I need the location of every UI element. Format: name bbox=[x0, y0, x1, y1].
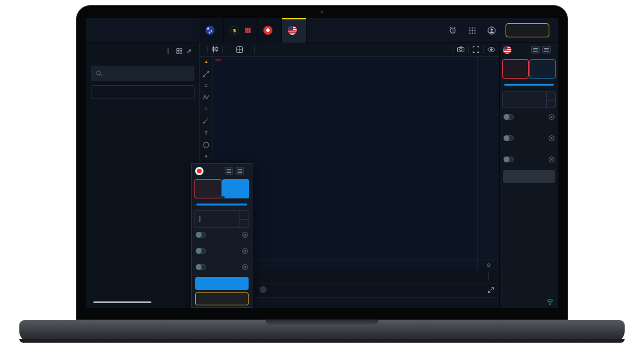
kebab-menu-icon[interactable]: ⋮ bbox=[165, 48, 172, 54]
info-icon[interactable] bbox=[549, 135, 554, 141]
pattern-icon[interactable] bbox=[203, 95, 209, 100]
toggle-icon[interactable] bbox=[504, 114, 514, 120]
topbar bbox=[86, 18, 558, 43]
category-select[interactable] bbox=[91, 85, 194, 99]
grid-layout-icon[interactable] bbox=[232, 46, 247, 53]
symbol-legend[interactable] bbox=[215, 59, 222, 61]
sidebar-header: ⋮ ↗ bbox=[86, 48, 199, 54]
sell-button[interactable] bbox=[502, 59, 529, 79]
toggle-icon[interactable] bbox=[196, 232, 206, 238]
volume-plus-button[interactable] bbox=[547, 92, 555, 100]
spread-badge bbox=[220, 196, 225, 198]
tab-hk50[interactable] bbox=[258, 18, 282, 43]
laptop-base bbox=[19, 320, 625, 343]
stop-loss-toggle[interactable] bbox=[196, 262, 248, 271]
toggle-icon[interactable] bbox=[504, 157, 514, 162]
volume-plus-button[interactable] bbox=[240, 211, 249, 220]
add-tab-button[interactable] bbox=[380, 23, 393, 37]
tab-aus200[interactable] bbox=[200, 18, 224, 43]
chart-legend bbox=[215, 59, 224, 61]
horizontal-lines-icon[interactable]: ≡ bbox=[205, 83, 208, 89]
laptop-screen: ⋮ ↗ bbox=[76, 5, 568, 320]
toggle-icon[interactable] bbox=[504, 135, 514, 141]
search-input[interactable] bbox=[106, 70, 177, 77]
leverage bbox=[310, 300, 312, 305]
connection-status-icon bbox=[546, 299, 554, 305]
collapse-panel-icon[interactable]: ↗ bbox=[187, 48, 193, 54]
scrollbar[interactable] bbox=[93, 301, 151, 303]
time-axis[interactable] bbox=[213, 260, 477, 269]
sentiment-bar bbox=[194, 204, 249, 205]
panel-layout-1-icon[interactable] bbox=[531, 46, 540, 53]
axis-settings-icon[interactable]: ⊙ bbox=[477, 260, 499, 269]
us-flag-icon bbox=[288, 26, 297, 35]
volume-minus-button[interactable] bbox=[547, 100, 555, 108]
take-profit-toggle[interactable] bbox=[504, 133, 554, 142]
instruments-sidebar: ⋮ ↗ bbox=[86, 43, 200, 308]
sell-button[interactable] bbox=[194, 179, 222, 198]
pending-toggle[interactable] bbox=[196, 230, 248, 239]
brush-icon[interactable] bbox=[203, 117, 209, 124]
expand-panel-icon[interactable] bbox=[488, 287, 494, 293]
toggle-icon[interactable] bbox=[196, 248, 206, 254]
stop-loss-toggle[interactable] bbox=[504, 155, 554, 164]
chart-area[interactable]: ⊙ bbox=[213, 57, 499, 269]
confirm-button-disabled[interactable] bbox=[503, 170, 555, 183]
red-bars-icon bbox=[245, 28, 251, 33]
scene: ⋮ ↗ bbox=[0, 0, 644, 353]
tab-dxy[interactable] bbox=[224, 18, 258, 43]
profile-icon[interactable] bbox=[486, 25, 497, 35]
fullscreen-icon[interactable] bbox=[469, 46, 483, 53]
trendline-icon[interactable] bbox=[203, 71, 209, 77]
text-tool-icon[interactable]: T bbox=[204, 129, 208, 136]
price-axis[interactable] bbox=[477, 57, 499, 260]
search-box[interactable] bbox=[91, 66, 194, 81]
tab-pending[interactable] bbox=[256, 286, 267, 294]
volume-input[interactable] bbox=[502, 91, 556, 108]
pending-count-badge bbox=[260, 286, 267, 293]
confirm-buy-button[interactable] bbox=[195, 277, 249, 290]
volume-input[interactable] bbox=[194, 210, 249, 228]
layout-grid-icon[interactable] bbox=[176, 48, 182, 54]
deposit-button[interactable] bbox=[506, 23, 549, 37]
buy-button-selected[interactable] bbox=[222, 179, 249, 198]
popup-layout-1-icon[interactable] bbox=[225, 167, 233, 175]
alarm-icon[interactable] bbox=[448, 25, 458, 35]
order-details bbox=[504, 188, 554, 217]
webcam-dot bbox=[321, 10, 324, 14]
hk-flag-icon bbox=[263, 26, 272, 35]
chart-type-icon[interactable] bbox=[208, 46, 222, 53]
panel-layout-2-icon[interactable] bbox=[542, 46, 551, 53]
popup-layout-2-icon[interactable] bbox=[236, 167, 244, 175]
volume-minus-button[interactable] bbox=[240, 220, 249, 228]
toggle-icon[interactable] bbox=[196, 264, 206, 270]
pending-toggle[interactable] bbox=[504, 112, 554, 121]
more-tools-icon[interactable]: ▾ bbox=[205, 154, 207, 159]
cancel-button[interactable] bbox=[195, 292, 249, 305]
aus-flag-icon bbox=[205, 26, 214, 35]
camera-icon[interactable] bbox=[453, 46, 468, 52]
text-cursor bbox=[200, 216, 200, 222]
elliott-wave-icon[interactable]: ≈ bbox=[205, 106, 207, 111]
sentiment-bar bbox=[502, 84, 556, 86]
order-panel-us30 bbox=[499, 43, 558, 308]
shapes-icon[interactable] bbox=[203, 142, 209, 148]
info-icon[interactable] bbox=[242, 248, 248, 254]
info-icon[interactable] bbox=[549, 157, 554, 162]
apps-grid-icon[interactable] bbox=[467, 25, 477, 35]
buy-button[interactable] bbox=[529, 59, 556, 79]
chart-toolbar bbox=[200, 43, 499, 57]
free-margin bbox=[272, 300, 273, 305]
info-icon[interactable] bbox=[549, 114, 554, 120]
dxy-dollar-icon bbox=[230, 26, 239, 35]
tab-us30[interactable] bbox=[282, 18, 307, 43]
info-icon[interactable] bbox=[242, 264, 248, 270]
search-icon bbox=[96, 70, 102, 77]
balance bbox=[281, 300, 283, 305]
candlestick-plot[interactable] bbox=[213, 57, 477, 260]
eye-icon[interactable] bbox=[484, 47, 499, 52]
crosshair-icon[interactable]: + bbox=[205, 59, 208, 65]
us-flag-icon bbox=[503, 46, 511, 54]
take-profit-toggle[interactable] bbox=[196, 246, 248, 255]
info-icon[interactable] bbox=[242, 232, 248, 238]
